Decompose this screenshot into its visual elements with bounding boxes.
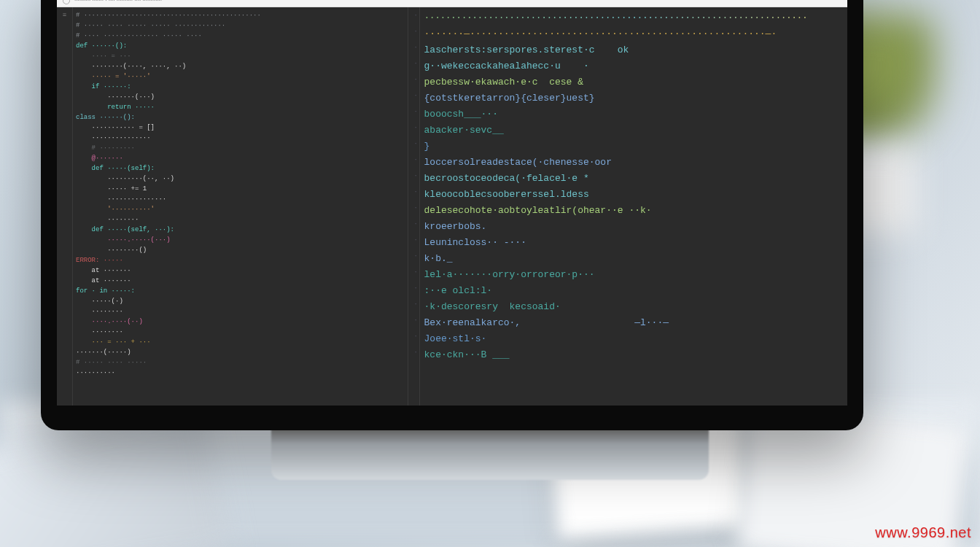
editor-right-pane[interactable]: ······················ ·················…	[408, 7, 847, 406]
code-line: ·······(·····)	[76, 347, 402, 357]
code-line: kleoocoblecsoobererssel.ldess	[424, 187, 841, 203]
code-line: at ·······	[76, 276, 402, 286]
code-line: if ······:	[76, 82, 402, 92]
code-line: ········(····, ····, ··)	[76, 61, 402, 71]
code-line: ········	[76, 327, 402, 337]
code-line: ····· += 1	[76, 184, 402, 194]
monitor-stand	[271, 429, 709, 480]
code-line: def ·····(self):	[76, 163, 402, 174]
code-line: }	[424, 139, 841, 155]
code-line: lel·a·······orry·orroreor·p···	[424, 267, 841, 283]
code-line: ········	[76, 306, 402, 317]
code-line: ····· = '·····'	[76, 71, 402, 82]
code-line: class ······():	[76, 112, 402, 123]
code-line: kce·ckn···B ___	[424, 347, 841, 363]
code-line: def ······():	[76, 41, 402, 51]
code-line: ···············	[76, 133, 402, 143]
reload-icon[interactable]	[61, 0, 71, 5]
code-line: def ·····(self, ···):	[76, 225, 402, 235]
code-line: k·b._	[424, 251, 841, 267]
code-line: '··········'	[76, 204, 402, 214]
code-line: ·······(···)	[76, 92, 402, 102]
address-text: ·········· ······· · ···· ·········· ···…	[74, 0, 162, 4]
code-line: # ····· ···· ·····	[76, 357, 402, 368]
code-line: at ·······	[76, 265, 402, 276]
code-line: ··········	[76, 368, 402, 378]
code-line: {cotstkeretarron}{cleser}uest}	[424, 90, 841, 106]
monitor-screen: — ··· ···· · ··· ··· ···· · ···· · ··· ·…	[57, 0, 847, 406]
code-line: kroeerbobs.	[424, 219, 841, 235]
code-line: booocsh___···	[424, 106, 841, 123]
code-line: loccersolreadestace(·chenesse·oor	[424, 155, 841, 171]
editor-left-pane[interactable]: # ······································…	[73, 7, 408, 406]
code-line: laschersts:serspores.sterest·c ok	[424, 42, 841, 58]
code-line: g··wekeccackahealahecc·u ·	[424, 58, 841, 74]
code-line: pecbessw·ekawach·e·c cese &	[424, 74, 841, 90]
code-line: ···············	[76, 194, 402, 204]
pane-header-line: ········································…	[424, 10, 841, 26]
code-line: abacker·sevc__	[424, 123, 841, 139]
code-line: @·······	[76, 153, 402, 163]
editor-activity-bar[interactable]: ≡	[57, 7, 73, 406]
code-line: ·····.·····(···)	[76, 235, 402, 245]
code-line: delesecohote·aobtoyleatlir(ohear··e ··k·	[424, 203, 841, 219]
code-line: ········	[76, 214, 402, 225]
watermark-text: www.9969.net	[875, 524, 971, 541]
code-line: ··· = ··· + ···	[76, 337, 402, 347]
code-line: Leunincloss·· -···	[424, 235, 841, 251]
code-line: return ·····	[76, 102, 402, 112]
browser-toolbar: ·········· ······· · ···· ·········· ···…	[57, 0, 847, 7]
code-line: # ······································…	[76, 10, 402, 20]
code-line: # ····· ···· ····· ····· ·············	[76, 20, 402, 31]
code-line: # ···· ·············· ····· ····	[76, 31, 402, 41]
code-line: ········()	[76, 245, 402, 255]
code-line: ····.····(··)	[76, 317, 402, 327]
code-line: ···· = ···	[76, 51, 402, 61]
code-line: Bex·reenalkarco·, —l···—	[424, 315, 841, 331]
monitor-frame: — ··· ···· · ··· ··· ···· · ···· · ··· ·…	[41, 0, 863, 430]
code-line: # ·········	[76, 143, 402, 153]
code-line: ERROR: ·····	[76, 255, 402, 265]
code-line: ·······—································…	[424, 26, 841, 42]
code-line: ·k·descoresry kecsoaid·	[424, 299, 841, 315]
code-editor: ≡ # ····································…	[57, 7, 847, 406]
code-line: :··e olcl:l·	[424, 283, 841, 299]
code-line: ·····(·)	[76, 296, 402, 306]
menu-icon[interactable]: ≡	[63, 12, 66, 19]
code-line: ··········· = []	[76, 123, 402, 133]
code-line: ·········(··, ··)	[76, 174, 402, 184]
code-line: for · in ·····:	[76, 286, 402, 296]
code-line: becroostoceodeca(·felacel·e *	[424, 171, 841, 187]
code-line: Joee·stl·s·	[424, 331, 841, 347]
line-gutter: ······················	[408, 7, 420, 406]
